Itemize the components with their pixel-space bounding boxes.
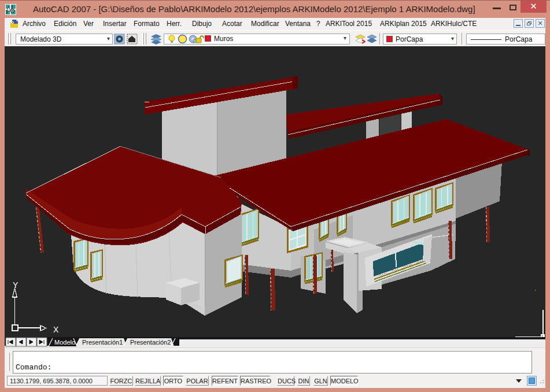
svg-text:X: X <box>53 325 59 334</box>
svg-text:Presentación1: Presentación1 <box>82 339 123 346</box>
svg-text:Modelo: Modelo <box>54 339 75 346</box>
svg-text:Presentación2: Presentación2 <box>130 339 171 346</box>
svg-text:Y: Y <box>13 280 19 290</box>
